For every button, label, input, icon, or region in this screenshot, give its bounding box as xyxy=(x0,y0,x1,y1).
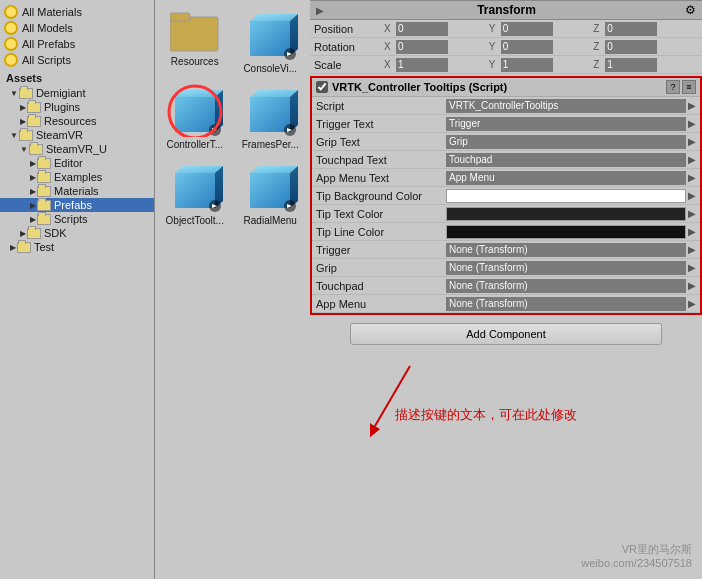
tree-item-plugins[interactable]: ▶Plugins xyxy=(0,100,154,114)
tree-item-materials[interactable]: ▶Materials xyxy=(0,184,154,198)
script-row-label: Tip Text Color xyxy=(316,208,446,220)
coord-label-z: Z xyxy=(593,23,603,34)
row-arrow-icon[interactable]: ▶ xyxy=(688,136,696,147)
transform-row-position: PositionXYZ xyxy=(310,20,702,38)
svg-marker-2 xyxy=(250,21,290,56)
folder-icon xyxy=(27,102,41,113)
folder-icon xyxy=(37,172,51,183)
coord-input-y-position[interactable] xyxy=(501,22,553,36)
tree-item-label: SDK xyxy=(44,227,67,239)
coord-input-z-position[interactable] xyxy=(605,22,657,36)
script-row-2: Grip TextGrip▶ xyxy=(312,133,700,151)
row-arrow-icon[interactable]: ▶ xyxy=(688,226,696,237)
coord-input-x-position[interactable] xyxy=(396,22,448,36)
script-row-value[interactable]: None (Transform) xyxy=(446,261,686,275)
script-row-value[interactable]: None (Transform) xyxy=(446,297,686,311)
script-row-label: App Menu Text xyxy=(316,172,446,184)
script-header-icon2[interactable]: ≡ xyxy=(682,80,696,94)
row-arrow-icon[interactable]: ▶ xyxy=(688,244,696,255)
folder-icon xyxy=(29,144,43,155)
sidebar-item-all-scripts[interactable]: All Scripts xyxy=(0,52,154,68)
folder-icon xyxy=(37,186,51,197)
script-row-value[interactable]: App Menu xyxy=(446,171,686,185)
row-arrow-icon[interactable]: ▶ xyxy=(688,118,696,129)
tree-arrow-icon: ▶ xyxy=(30,201,36,210)
tree-item-test[interactable]: ▶Test xyxy=(0,240,154,254)
add-component-button[interactable]: Add Component xyxy=(350,323,662,345)
tree-item-resources[interactable]: ▶Resources xyxy=(0,114,154,128)
tree-item-editor[interactable]: ▶Editor xyxy=(0,156,154,170)
coord-input-z-scale[interactable] xyxy=(605,58,657,72)
tree-arrow-icon: ▶ xyxy=(20,117,26,126)
script-row-label: Tip Background Color xyxy=(316,190,446,202)
row-arrow-icon[interactable]: ▶ xyxy=(688,100,696,111)
grid-item-label: RadialMenu xyxy=(244,215,297,226)
grid-item-3[interactable]: FramesPer... xyxy=(235,80,307,152)
color-swatch-5[interactable] xyxy=(446,189,686,203)
folder-icon xyxy=(17,242,31,253)
script-row-4: App Menu TextApp Menu▶ xyxy=(312,169,700,187)
svg-marker-24 xyxy=(250,166,298,173)
row-arrow-icon[interactable]: ▶ xyxy=(688,298,696,309)
script-row-0: ScriptVRTK_ControllerTooltips▶ xyxy=(312,97,700,115)
row-arrow-icon[interactable]: ▶ xyxy=(688,280,696,291)
row-arrow-icon[interactable]: ▶ xyxy=(688,172,696,183)
coord-label-x: X xyxy=(384,59,394,70)
grid-item-2[interactable]: ControllerT... xyxy=(159,80,231,152)
tree-item-steamvr_u[interactable]: ▼SteamVR_U xyxy=(0,142,154,156)
coord-input-y-rotation[interactable] xyxy=(501,40,553,54)
tree-item-label: Examples xyxy=(54,171,102,183)
sidebar-item-all-prefabs[interactable]: All Prefabs xyxy=(0,36,154,52)
watermark: VR里的马尔斯 weibo.com/234507518 xyxy=(581,542,692,569)
script-enabled-checkbox[interactable] xyxy=(316,81,328,93)
tree-item-label: Editor xyxy=(54,157,83,169)
tree-item-label: SteamVR xyxy=(36,129,83,141)
color-swatch-6[interactable] xyxy=(446,207,686,221)
coord-input-x-scale[interactable] xyxy=(396,58,448,72)
sidebar-item-all-materials[interactable]: All Materials xyxy=(0,4,154,20)
transform-gear-icon[interactable]: ⚙ xyxy=(685,3,696,17)
script-row-label: Trigger Text xyxy=(316,118,446,130)
annotation-arrow-svg xyxy=(370,361,490,441)
tree-item-prefabs[interactable]: ▶Prefabs xyxy=(0,198,154,212)
tree-arrow-icon: ▶ xyxy=(30,159,36,168)
tree-item-examples[interactable]: ▶Examples xyxy=(0,170,154,184)
svg-marker-23 xyxy=(250,173,290,208)
script-row-1: Trigger TextTrigger▶ xyxy=(312,115,700,133)
script-row-value[interactable]: Trigger xyxy=(446,117,686,131)
sidebar-item-all-models[interactable]: All Models xyxy=(0,20,154,36)
bullet-icon xyxy=(4,21,18,35)
tree-item-label: Materials xyxy=(54,185,99,197)
grid-item-label: ConsoleVi... xyxy=(243,63,297,74)
script-row-value[interactable]: None (Transform) xyxy=(446,243,686,257)
grid-item-0[interactable]: Resources xyxy=(159,4,231,76)
script-row-value[interactable]: Grip xyxy=(446,135,686,149)
color-swatch-7[interactable] xyxy=(446,225,686,239)
folder-grid-icon xyxy=(165,6,225,56)
coord-input-x-rotation[interactable] xyxy=(396,40,448,54)
grid-item-1[interactable]: ConsoleVi... xyxy=(235,4,307,76)
script-row-value[interactable]: None (Transform) xyxy=(446,279,686,293)
row-arrow-icon[interactable]: ▶ xyxy=(688,208,696,219)
tree-item-demigiant[interactable]: ▼Demigiant xyxy=(0,86,154,100)
tree-item-scripts[interactable]: ▶Scripts xyxy=(0,212,154,226)
transform-row-label: Rotation xyxy=(314,41,384,53)
script-row-6: Tip Text Color▶ xyxy=(312,205,700,223)
tree-item-sdk[interactable]: ▶SDK xyxy=(0,226,154,240)
coord-input-z-rotation[interactable] xyxy=(605,40,657,54)
script-row-value[interactable]: VRTK_ControllerTooltips xyxy=(446,99,686,113)
coord-label-x: X xyxy=(384,23,394,34)
row-arrow-icon[interactable]: ▶ xyxy=(688,154,696,165)
sidebar-item-label: All Scripts xyxy=(22,54,71,66)
grid-item-5[interactable]: RadialMenu xyxy=(235,156,307,228)
svg-marker-13 xyxy=(250,97,290,132)
row-arrow-icon[interactable]: ▶ xyxy=(688,190,696,201)
svg-rect-0 xyxy=(170,17,218,51)
script-header-icon1[interactable]: ? xyxy=(666,80,680,94)
grid-item-4[interactable]: ObjectToolt... xyxy=(159,156,231,228)
script-row-value[interactable]: Touchpad xyxy=(446,153,686,167)
row-arrow-icon[interactable]: ▶ xyxy=(688,262,696,273)
tree-item-steamvr[interactable]: ▼SteamVR xyxy=(0,128,154,142)
coord-input-y-scale[interactable] xyxy=(501,58,553,72)
tree-arrow-icon: ▶ xyxy=(30,215,36,224)
